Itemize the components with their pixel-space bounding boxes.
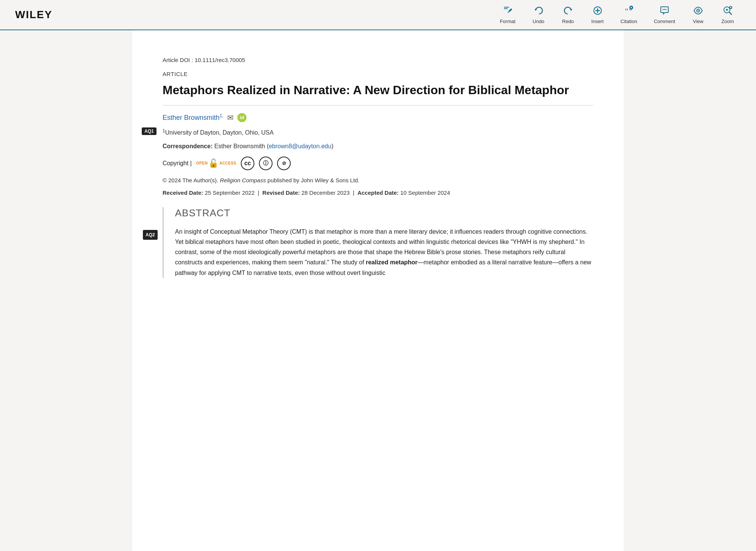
affiliation-text: University of Dayton, Dayton, Ohio, USA: [165, 129, 274, 136]
toolbar-actions: Format Undo Redo: [493, 3, 741, 27]
citation-button[interactable]: " " Citation: [614, 3, 644, 27]
authors-line: Esther Brownsmith1, ✉ id: [163, 113, 593, 122]
nc-icon: ⊘: [277, 157, 291, 170]
affiliation-superscript: 1: [163, 128, 165, 133]
received-date: 25 September 2022: [205, 189, 255, 196]
insert-label: Insert: [591, 19, 604, 24]
comment-label: Comment: [654, 19, 675, 24]
copyright-text: © 2024 The Author(s). Religion Compass p…: [163, 177, 593, 183]
svg-point-12: [665, 9, 666, 10]
received-label: Received Date:: [163, 189, 203, 196]
zoom-button[interactable]: Zoom: [714, 3, 741, 27]
redo-label: Redo: [562, 19, 574, 24]
author-name-text: Esther Brownsmith: [163, 114, 220, 121]
doi-line: Article DOI : 10.1111/rec3.70005: [163, 57, 593, 63]
undo-icon: [534, 6, 544, 17]
format-button[interactable]: Format: [493, 3, 522, 27]
revised-label: Revised Date:: [262, 189, 300, 196]
affiliation-line: 1University of Dayton, Dayton, Ohio, USA…: [163, 128, 593, 136]
undo-button[interactable]: Undo: [525, 3, 552, 27]
author-name: Esther Brownsmith1,: [163, 113, 223, 122]
lock-icon: 🔓: [208, 158, 218, 168]
svg-text:": ": [625, 6, 628, 16]
accepted-label: Accepted Date:: [358, 189, 399, 196]
orcid-icon[interactable]: id: [237, 113, 246, 122]
content-area: Article DOI : 10.1111/rec3.70005 ARTICLE…: [132, 30, 624, 551]
dates-line: Received Date: 25 September 2022 | Revis…: [163, 189, 593, 196]
view-icon: [693, 6, 703, 17]
copyright-label: Copyright |: [163, 160, 192, 167]
zoom-label: Zoom: [721, 19, 734, 24]
toolbar: WILEY Format Undo: [0, 0, 756, 30]
access-text: ACCESS: [219, 161, 236, 165]
format-label: Format: [500, 19, 515, 24]
view-button[interactable]: View: [685, 3, 711, 27]
correspondence-email[interactable]: ebrown8@udayton.edu: [269, 143, 332, 149]
view-label: View: [693, 19, 703, 24]
insert-button[interactable]: Insert: [584, 3, 611, 27]
redo-icon: [563, 6, 573, 17]
accepted-date: 10 September 2024: [400, 189, 450, 196]
redo-button[interactable]: Redo: [555, 3, 581, 27]
correspondence-label: Correspondence:: [163, 143, 212, 149]
cc-icon: cc: [241, 157, 254, 170]
insert-icon: [593, 6, 603, 17]
abstract-text: An insight of Conceptual Metaphor Theory…: [175, 227, 593, 278]
correspondence-block: Correspondence: Esther Brownsmith (ebrow…: [163, 143, 593, 150]
email-icon[interactable]: ✉: [227, 113, 234, 122]
svg-point-14: [698, 10, 699, 11]
logo-area: WILEY: [15, 9, 53, 21]
svg-point-11: [664, 9, 665, 10]
comment-button[interactable]: Comment: [647, 3, 682, 27]
format-icon: [503, 6, 513, 17]
correspondence-name: Esther Brownsmith: [214, 143, 265, 149]
article-title: Metaphors Realized in Narrative: A New D…: [163, 82, 593, 106]
revised-date: 28 December 2023: [301, 189, 350, 196]
abstract-section: ABSTRACT An insight of Conceptual Metaph…: [163, 207, 593, 278]
open-text: OPEN: [196, 161, 208, 165]
zoom-icon: [723, 6, 733, 17]
copyright-line: Copyright | OPEN 🔓 ACCESS cc ⓘ ⊘: [163, 157, 593, 170]
citation-label: Citation: [621, 19, 637, 24]
article-type-label: ARTICLE: [163, 71, 593, 77]
open-access-badge: OPEN 🔓 ACCESS: [196, 158, 236, 168]
abstract-heading: ABSTRACT: [175, 207, 593, 219]
undo-label: Undo: [533, 19, 544, 24]
author-superscript: 1,: [220, 113, 223, 118]
svg-line-18: [729, 12, 732, 15]
comment-icon: [660, 6, 669, 17]
aq2-badge[interactable]: AQ2: [143, 230, 158, 240]
logo-text: WILEY: [15, 9, 53, 20]
svg-point-10: [662, 9, 663, 10]
aq1-badge[interactable]: AQ1: [142, 127, 156, 135]
by-icon: ⓘ: [259, 157, 273, 170]
svg-rect-0: [504, 7, 509, 8]
citation-icon: " ": [624, 6, 634, 17]
svg-rect-1: [504, 8, 508, 9]
